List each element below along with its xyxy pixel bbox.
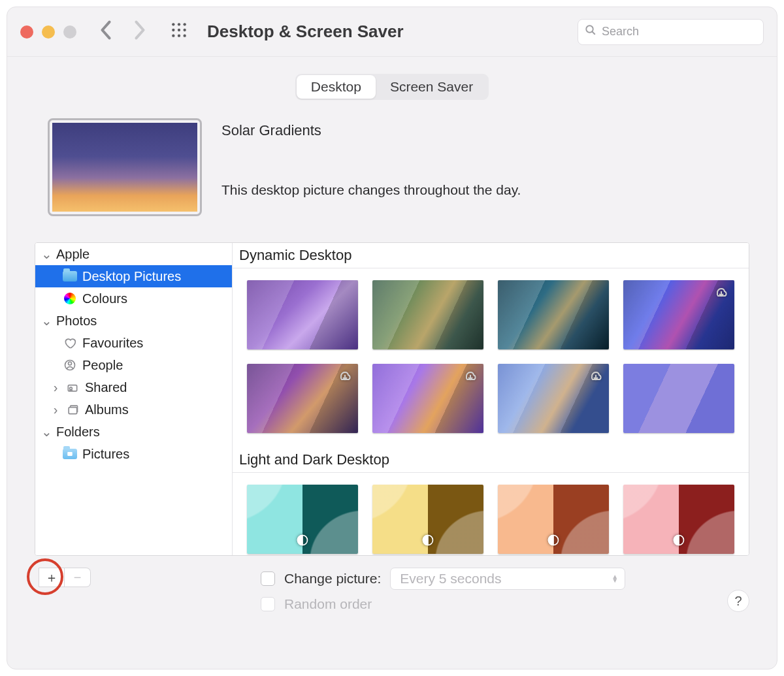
chevron-down-icon: ⌄	[42, 246, 51, 262]
change-picture-row: Change picture: Every 5 seconds ▲▼	[261, 568, 714, 590]
thumbnail-the-desert[interactable]	[372, 364, 483, 433]
thumbnail-the-lake[interactable]	[247, 364, 358, 433]
sidebar-item-label: Desktop Pictures	[82, 269, 181, 284]
random-order-row: Random order	[261, 596, 714, 612]
thumbnail-monterey-graphic[interactable]	[247, 280, 358, 349]
lightdark-grid	[233, 473, 749, 555]
svg-point-6	[172, 35, 174, 37]
sidebar-item-albums[interactable]: › Albums	[35, 398, 232, 421]
svg-rect-16	[67, 452, 73, 456]
download-icon	[713, 284, 729, 303]
svg-point-2	[184, 23, 186, 25]
source-sidebar[interactable]: ⌄ Apple Desktop Pictures Colours ⌄ Photo…	[35, 243, 233, 555]
wallpaper-name: Solar Gradients	[221, 122, 521, 139]
titlebar: Desktop & Screen Saver	[7, 7, 777, 57]
forward-icon[interactable]	[133, 19, 147, 44]
search-input[interactable]	[602, 25, 757, 39]
help-icon: ?	[734, 594, 742, 609]
sidebar-item-label: Shared	[85, 380, 127, 395]
svg-point-9	[586, 25, 593, 33]
pane-footer: ＋ − Change picture: Every 5 seconds ▲▼	[35, 568, 749, 612]
light-dark-icon	[547, 534, 560, 550]
svg-point-14	[70, 387, 73, 390]
sidebar-group-apple[interactable]: ⌄ Apple	[35, 243, 232, 265]
light-dark-icon	[296, 534, 309, 550]
chevron-right-icon: ›	[51, 402, 60, 417]
svg-point-0	[172, 23, 174, 25]
sidebar-group-photos[interactable]: ⌄ Photos	[35, 310, 232, 332]
close-button[interactable]	[20, 25, 33, 39]
sidebar-label: Folders	[56, 425, 100, 440]
add-folder-button[interactable]: ＋	[39, 568, 65, 587]
sidebar-item-pictures[interactable]: Pictures	[35, 443, 232, 465]
change-interval-select[interactable]: Every 5 seconds ▲▼	[390, 568, 625, 590]
thumbnail-big-sur-aerial[interactable]	[498, 280, 609, 349]
sidebar-item-desktop-pictures[interactable]: Desktop Pictures	[35, 265, 232, 287]
sidebar-item-shared[interactable]: › Shared	[35, 376, 232, 398]
desktop-pane: Solar Gradients This desktop picture cha…	[22, 106, 762, 657]
tab-desktop[interactable]: Desktop	[297, 75, 376, 99]
thumbnail-hello-orange[interactable]	[498, 485, 609, 554]
section-dynamic-header: Dynamic Desktop	[233, 243, 749, 268]
wallpaper-preview-image	[52, 123, 197, 212]
back-icon[interactable]	[99, 19, 113, 44]
sidebar-group-folders[interactable]: ⌄ Folders	[35, 421, 232, 443]
chevron-updown-icon: ▲▼	[612, 575, 618, 583]
browser: ⌄ Apple Desktop Pictures Colours ⌄ Photo…	[35, 242, 749, 556]
person-icon	[63, 358, 77, 372]
svg-point-3	[172, 29, 174, 31]
random-order-label: Random order	[284, 596, 372, 612]
dynamic-grid	[233, 268, 749, 447]
sidebar-item-favourites[interactable]: Favourites	[35, 332, 232, 354]
download-icon	[463, 368, 478, 387]
thumbnail-solar-gradients[interactable]	[623, 364, 734, 433]
svg-point-7	[178, 35, 180, 37]
nav-back-forward	[99, 19, 147, 44]
thumbnail-catalina[interactable]	[372, 280, 483, 349]
svg-line-10	[592, 31, 595, 35]
preferences-window: Desktop & Screen Saver Desktop Screen Sa…	[7, 7, 777, 669]
sidebar-label: Apple	[56, 247, 90, 262]
thumbnail-the-beach[interactable]	[498, 364, 609, 433]
help-button[interactable]: ?	[727, 590, 749, 612]
sidebar-item-label: People	[82, 358, 123, 373]
remove-folder-button[interactable]: −	[65, 568, 91, 587]
current-wallpaper: Solar Gradients This desktop picture cha…	[48, 118, 749, 216]
download-icon	[588, 368, 604, 387]
random-order-checkbox	[261, 597, 275, 611]
zoom-button[interactable]	[63, 25, 76, 39]
chevron-right-icon: ›	[51, 380, 60, 395]
wallpaper-info: Solar Gradients This desktop picture cha…	[221, 118, 521, 198]
wallpaper-gallery[interactable]: Dynamic Desktop	[233, 243, 749, 555]
thumbnail-hello-yellow[interactable]	[372, 485, 483, 554]
wallpaper-description: This desktop picture changes throughout …	[221, 182, 521, 198]
select-value: Every 5 seconds	[400, 571, 501, 587]
minus-icon: −	[74, 570, 82, 585]
wallpaper-preview	[48, 118, 202, 216]
thumbnail-big-sur-graphic[interactable]	[623, 280, 734, 349]
sidebar-item-colours[interactable]: Colours	[35, 287, 232, 310]
thumbnail-hello-red[interactable]	[623, 485, 734, 554]
window-body: Desktop Screen Saver Solar Gradients Thi…	[7, 57, 777, 669]
search-field[interactable]	[578, 19, 764, 45]
sidebar-item-label: Favourites	[82, 336, 143, 351]
chevron-down-icon: ⌄	[42, 313, 51, 329]
sidebar-item-people[interactable]: People	[35, 354, 232, 376]
segmented-control: Desktop Screen Saver	[295, 74, 489, 100]
colours-icon	[63, 291, 77, 306]
thumbnail-hello-teal[interactable]	[247, 485, 358, 554]
section-lightdark-header: Light and Dark Desktop	[233, 447, 749, 473]
chevron-down-icon: ⌄	[42, 424, 51, 440]
change-picture-label: Change picture:	[284, 571, 381, 587]
tab-screen-saver[interactable]: Screen Saver	[376, 75, 487, 99]
change-picture-checkbox[interactable]	[261, 571, 275, 586]
minimize-button[interactable]	[42, 25, 55, 39]
svg-point-1	[178, 23, 180, 25]
window-title: Desktop & Screen Saver	[207, 22, 578, 42]
download-icon	[337, 368, 353, 387]
albums-icon	[65, 402, 80, 417]
light-dark-icon	[672, 534, 685, 550]
svg-point-12	[69, 362, 72, 365]
show-all-icon[interactable]	[171, 22, 188, 42]
svg-point-5	[184, 29, 186, 31]
